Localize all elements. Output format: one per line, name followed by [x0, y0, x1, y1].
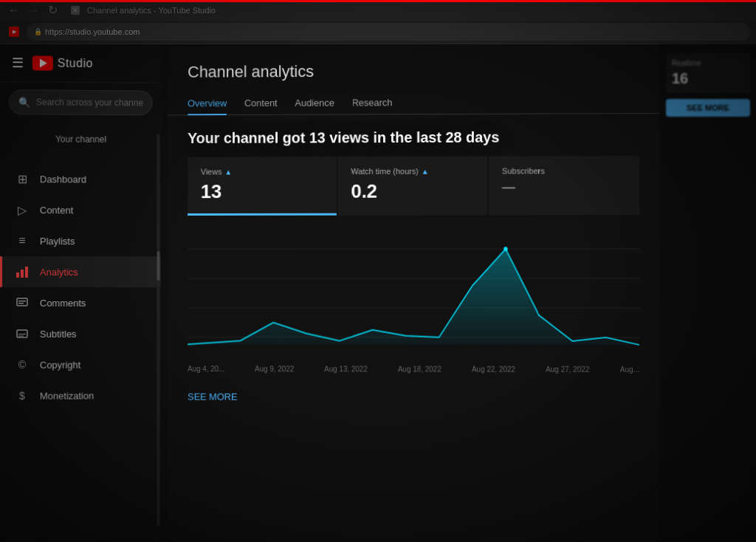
page-title: Channel analytics	[168, 44, 660, 91]
date-6: Aug 27, 2022	[546, 366, 589, 374]
subscribers-label: Subscribers	[502, 166, 626, 175]
right-panel-realtime: Realtime 16	[666, 53, 750, 93]
main-content: Channel analytics Overview Content Audie…	[168, 44, 660, 542]
svg-rect-7	[18, 334, 26, 335]
sidebar-item-comments[interactable]: Comments	[0, 287, 161, 318]
chart-dates: Aug 4, 20... Aug 9, 2022 Aug 13, 2022 Au…	[188, 362, 639, 377]
analytics-icon	[15, 264, 30, 279]
svg-point-13	[504, 247, 507, 251]
sidebar-label-monetization: Monetization	[40, 390, 94, 401]
sidebar-label-dashboard: Dashboard	[40, 174, 86, 185]
right-panel-see-more[interactable]: SEE MORE	[666, 99, 750, 117]
sidebar-header: ☰ Studio	[0, 44, 161, 83]
watchtime-trend: ▲	[422, 167, 429, 175]
subtitles-icon	[15, 326, 30, 341]
sidebar-scrollbar[interactable]	[157, 134, 160, 526]
realtime-value: 16	[672, 70, 744, 87]
app-window: ← → ↻ ✕ Channel analytics - YouTube Stud…	[0, 0, 756, 542]
svg-rect-4	[18, 301, 26, 302]
metric-card-watchtime[interactable]: Watch time (hours) ▲ 0.2	[338, 157, 488, 216]
search-input[interactable]	[36, 97, 143, 108]
watchtime-label: Watch time (hours) ▲	[351, 167, 474, 176]
watchtime-value: 0.2	[351, 180, 474, 203]
svg-rect-2	[25, 267, 28, 278]
see-more-button[interactable]: SEE MORE	[168, 388, 660, 406]
red-accent-bar	[0, 0, 756, 2]
metric-card-subscribers[interactable]: Subscribers —	[489, 156, 639, 215]
date-4: Aug 18, 2022	[398, 365, 441, 373]
tab-favicon: ▶	[6, 24, 22, 40]
youtube-icon	[32, 55, 53, 70]
sidebar-label-copyright: Copyright	[40, 359, 80, 370]
comments-icon	[15, 295, 30, 310]
stats-headline: Your channel got 13 views in the last 28…	[168, 114, 660, 157]
lock-icon: 🔒	[34, 28, 42, 35]
sidebar-item-copyright[interactable]: © Copyright	[0, 349, 161, 380]
sidebar-item-subtitles[interactable]: Subtitles	[0, 318, 161, 349]
content-icon: ▷	[15, 202, 30, 217]
date-1: Aug 4, 20...	[188, 365, 224, 373]
close-button[interactable]: ✕	[71, 6, 80, 15]
sidebar-item-content[interactable]: ▷ Content	[0, 194, 161, 226]
chart-svg	[188, 227, 639, 360]
sidebar-label-content: Content	[40, 205, 73, 216]
sidebar-label-analytics: Analytics	[40, 267, 78, 278]
search-bar[interactable]: 🔍	[9, 89, 153, 115]
address-row: ▶ 🔒 https://studio.youtube.com	[0, 21, 756, 44]
metric-card-views[interactable]: Views ▲ 13	[188, 157, 336, 216]
sidebar-label-comments: Comments	[40, 297, 86, 308]
svg-rect-0	[16, 272, 19, 278]
copyright-icon: ©	[15, 357, 30, 372]
channel-label: Your channel	[0, 134, 161, 145]
tab-research[interactable]: Research	[352, 89, 393, 114]
sidebar-item-monetization[interactable]: $ Monetization	[0, 380, 161, 411]
date-5: Aug 22, 2022	[472, 366, 515, 374]
browser-chrome: ← → ↻ ✕ Channel analytics - YouTube Stud…	[0, 0, 756, 44]
tab-content[interactable]: Content	[244, 90, 278, 114]
address-bar[interactable]: 🔒 https://studio.youtube.com	[27, 23, 750, 41]
metric-cards: Views ▲ 13 Watch time (hours) ▲ 0.2 Subs…	[168, 156, 660, 216]
dashboard-icon: ⊞	[15, 171, 30, 186]
sidebar-label-subtitles: Subtitles	[40, 328, 77, 339]
chart-area: Aug 4, 20... Aug 9, 2022 Aug 13, 2022 Au…	[168, 227, 660, 389]
sidebar: ☰ Studio 🔍 Your channel ⊞ Dashboard	[0, 44, 161, 542]
monetization-icon: $	[15, 388, 30, 403]
svg-rect-3	[17, 298, 27, 306]
youtube-logo[interactable]: Studio	[32, 55, 93, 71]
sidebar-item-dashboard[interactable]: ⊞ Dashboard	[0, 163, 161, 195]
date-3: Aug 13, 2022	[324, 365, 368, 373]
browser-top-bar: ← → ↻ ✕ Channel analytics - YouTube Stud…	[0, 0, 756, 21]
refresh-button[interactable]: ↻	[44, 2, 61, 18]
svg-rect-8	[18, 335, 24, 336]
views-trend: ▲	[224, 168, 232, 176]
svg-rect-1	[21, 270, 24, 278]
tab-audience[interactable]: Audience	[295, 90, 334, 114]
search-icon: 🔍	[18, 97, 30, 108]
right-panel: Realtime 16 SEE MORE	[660, 44, 756, 542]
tab-overview[interactable]: Overview	[188, 90, 227, 114]
sidebar-item-playlists[interactable]: ≡ Playlists	[0, 225, 161, 256]
browser-nav: ← → ↻	[6, 2, 61, 18]
svg-line-9	[188, 249, 639, 250]
svg-rect-5	[18, 303, 24, 304]
sidebar-item-analytics[interactable]: Analytics	[0, 256, 161, 287]
scrollbar-thumb	[157, 252, 160, 281]
studio-label: Studio	[58, 57, 93, 70]
tabs: Overview Content Audience Research	[168, 89, 660, 115]
browser-title: Channel analytics - YouTube Studio	[87, 6, 216, 15]
back-button[interactable]: ←	[6, 2, 22, 18]
app-container: ☰ Studio 🔍 Your channel ⊞ Dashboard	[0, 44, 756, 542]
forward-button: →	[25, 2, 41, 18]
sidebar-label-playlists: Playlists	[40, 236, 75, 247]
realtime-label: Realtime	[672, 59, 744, 67]
views-label: Views ▲	[201, 167, 323, 176]
subscribers-value: —	[502, 179, 626, 195]
channel-section: Your channel	[0, 122, 161, 158]
playlists-icon: ≡	[15, 233, 30, 248]
nav-items: ⊞ Dashboard ▷ Content ≡ Playlists	[0, 157, 161, 417]
views-value: 13	[201, 180, 323, 203]
date-7: Aug...	[620, 366, 639, 374]
hamburger-button[interactable]: ☰	[12, 55, 24, 71]
date-2: Aug 9, 2022	[255, 365, 294, 373]
url-text: https://studio.youtube.com	[45, 27, 140, 36]
